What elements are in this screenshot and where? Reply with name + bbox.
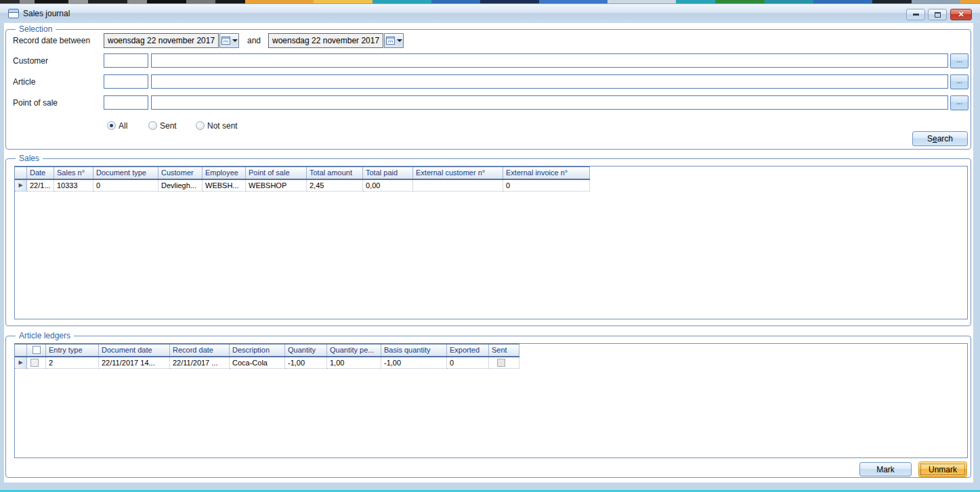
- cell-quantity-pe: 1,00: [327, 357, 381, 369]
- point-of-sale-browse-button[interactable]: ...: [950, 95, 968, 110]
- chevron-down-icon: [397, 39, 402, 42]
- article-ledgers-grid: Entry type Document date Record date Des…: [14, 343, 968, 458]
- column-header-basis-quantity[interactable]: Basis quantity: [381, 344, 447, 356]
- column-header-selector: [15, 344, 27, 356]
- column-header-external-customer-n[interactable]: External customer n°: [413, 167, 503, 179]
- article-code-field[interactable]: [104, 74, 148, 89]
- selection-groupbox: Selection Record date between woensdag 2…: [5, 29, 971, 150]
- and-label: and: [247, 36, 261, 45]
- date-from-value[interactable]: woensdag 22 november 2017: [104, 33, 219, 48]
- calendar-icon: [386, 37, 395, 45]
- column-header-customer[interactable]: Customer: [158, 167, 203, 179]
- radio-not-sent-label: Not sent: [207, 121, 238, 131]
- column-header-selector: [15, 167, 27, 179]
- focus-rectangle: [920, 464, 965, 475]
- titlebar: Sales journal ✕: [0, 4, 980, 23]
- row-selector-cell: ▶: [15, 180, 27, 192]
- date-from-dropdown-button[interactable]: [219, 33, 239, 48]
- cell-basis-quantity: -1,00: [381, 357, 447, 369]
- column-header-external-invoice-n[interactable]: External invoice n°: [503, 167, 590, 179]
- search-button[interactable]: Search: [912, 131, 968, 146]
- window-title: Sales journal: [23, 9, 70, 18]
- cell-external-customer-n: [413, 180, 503, 192]
- point-of-sale-code-field[interactable]: [104, 95, 148, 110]
- column-header-select-all: [27, 344, 46, 356]
- cell-customer: Devliegh...: [158, 180, 203, 192]
- column-header-document-type[interactable]: Document type: [93, 167, 158, 179]
- sales-table-row[interactable]: ▶ 22/1... 10333 0 Devliegh... WEBSH... W…: [15, 180, 590, 192]
- column-header-document-date[interactable]: Document date: [99, 344, 170, 356]
- article-name-field[interactable]: [151, 74, 948, 89]
- maximize-button[interactable]: [928, 9, 947, 20]
- row-selector-arrow-icon: ▶: [18, 360, 22, 365]
- maximize-icon: [935, 12, 941, 18]
- column-header-total-amount[interactable]: Total amount: [307, 167, 363, 179]
- select-all-checkbox[interactable]: [33, 346, 41, 354]
- sales-groupbox: Sales Date Sales n° Document type Custom…: [5, 158, 971, 326]
- cell-employee: WEBSH...: [203, 180, 246, 192]
- column-header-employee[interactable]: Employee: [203, 167, 246, 179]
- cell-document-date: 22/11/2017 14...: [99, 357, 170, 369]
- cell-exported: 0: [447, 357, 489, 369]
- cell-document-type: 0: [93, 180, 158, 192]
- point-of-sale-name-field[interactable]: [151, 95, 948, 110]
- window-icon: [8, 9, 19, 18]
- unmark-button[interactable]: Unmark: [918, 462, 967, 477]
- column-header-total-paid[interactable]: Total paid: [363, 167, 413, 179]
- date-to-dropdown-button[interactable]: [384, 33, 404, 48]
- cell-external-invoice-n: 0: [503, 180, 590, 192]
- cell-row-select: [27, 357, 46, 369]
- date-from-picker: woensdag 22 november 2017: [104, 33, 239, 48]
- record-date-label: Record date between: [13, 36, 90, 45]
- close-button[interactable]: ✕: [950, 9, 972, 20]
- cell-date: 22/1...: [27, 180, 54, 192]
- sent-checkbox: [497, 359, 505, 367]
- article-browse-button[interactable]: ...: [950, 74, 968, 89]
- column-header-date[interactable]: Date: [27, 167, 54, 179]
- column-header-point-of-sale[interactable]: Point of sale: [246, 167, 307, 179]
- cell-description: Coca-Cola: [230, 357, 285, 369]
- cell-point-of-sale: WEBSHOP: [246, 180, 307, 192]
- article-ledger-table-row[interactable]: ▶ 2 22/11/2017 14... 22/11/2017 ... Coca…: [15, 357, 519, 369]
- cell-sales-n: 10333: [54, 180, 93, 192]
- cell-quantity: -1,00: [285, 357, 327, 369]
- minimize-button[interactable]: [906, 9, 925, 20]
- radio-all[interactable]: [107, 121, 116, 130]
- radio-not-sent[interactable]: [196, 121, 205, 130]
- calendar-icon: [221, 37, 230, 45]
- cell-record-date: 22/11/2017 ...: [170, 357, 230, 369]
- customer-browse-button[interactable]: ...: [950, 53, 968, 68]
- radio-sent[interactable]: [148, 121, 157, 130]
- cell-entry-type: 2: [46, 357, 99, 369]
- sales-grid: Date Sales n° Document type Customer Emp…: [14, 166, 968, 319]
- cell-sent: [489, 357, 519, 369]
- article-label: Article: [13, 77, 35, 87]
- sales-grid-header: Date Sales n° Document type Customer Emp…: [15, 166, 590, 180]
- customer-name-field[interactable]: [151, 53, 948, 68]
- close-icon: ✕: [958, 11, 964, 18]
- column-header-record-date[interactable]: Record date: [170, 344, 230, 356]
- column-header-exported[interactable]: Exported: [447, 344, 489, 356]
- customer-label: Customer: [13, 56, 48, 66]
- cell-total-paid: 0,00: [363, 180, 413, 192]
- row-selector-arrow-icon: ▶: [18, 183, 22, 188]
- article-ledgers-grid-header: Entry type Document date Record date Des…: [15, 344, 519, 357]
- column-header-description[interactable]: Description: [230, 344, 285, 356]
- article-ledgers-groupbox: Article ledgers Entry type Document date…: [5, 336, 971, 478]
- customer-code-field[interactable]: [104, 53, 148, 68]
- column-header-entry-type[interactable]: Entry type: [46, 344, 99, 356]
- radio-sent-label: Sent: [160, 121, 177, 131]
- column-header-sales-n[interactable]: Sales n°: [54, 167, 93, 179]
- row-selector-cell: ▶: [15, 357, 27, 369]
- mark-button[interactable]: Mark: [859, 462, 912, 476]
- sales-legend: Sales: [16, 153, 43, 164]
- column-header-sent[interactable]: Sent: [489, 344, 519, 356]
- article-ledgers-legend: Article ledgers: [16, 330, 74, 341]
- chevron-down-icon: [232, 39, 238, 42]
- column-header-quantity[interactable]: Quantity: [285, 344, 327, 356]
- row-select-checkbox[interactable]: [30, 359, 39, 367]
- date-to-value[interactable]: woensdag 22 november 2017: [268, 33, 383, 48]
- search-button-label: S: [927, 134, 933, 143]
- minimize-icon: [913, 14, 919, 16]
- column-header-quantity-pe[interactable]: Quantity pe...: [327, 344, 381, 356]
